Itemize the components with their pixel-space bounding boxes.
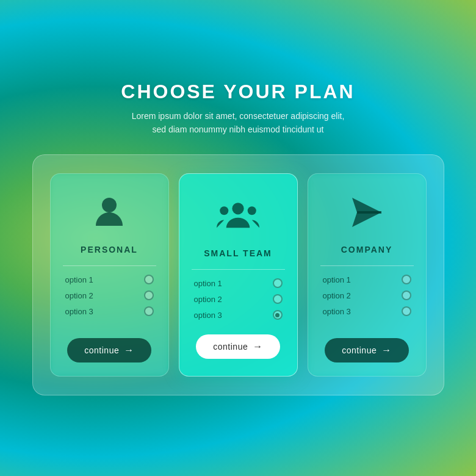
svg-point-2 <box>220 207 228 215</box>
plans-container: PERSONALoption 1option 2option 3continue… <box>32 154 444 395</box>
plan-card-company: COMPANYoption 1option 2option 3continue … <box>308 173 427 377</box>
option-label-personal-1: option 2 <box>65 291 93 300</box>
option-radio-small-team-2[interactable] <box>273 310 283 320</box>
option-row: option 3 <box>63 306 156 316</box>
continue-label: continue <box>84 345 119 355</box>
page-subtitle: Lorem ipsum dolor sit amet, consectetuer… <box>132 109 345 137</box>
option-label-company-0: option 1 <box>323 275 351 284</box>
option-row: option 3 <box>192 310 285 320</box>
continue-label: continue <box>342 345 377 355</box>
option-label-small-team-0: option 1 <box>194 279 222 288</box>
continue-button-small-team[interactable]: continue → <box>196 334 279 359</box>
option-label-small-team-2: option 3 <box>194 311 222 320</box>
option-label-company-2: option 3 <box>323 307 351 316</box>
options-list-small-team: option 1option 2option 3 <box>192 278 285 320</box>
plan-name-company: COMPANY <box>341 245 393 254</box>
option-row: option 2 <box>63 290 156 300</box>
continue-button-company[interactable]: continue → <box>325 338 408 362</box>
arrow-icon: → <box>253 341 263 352</box>
svg-point-3 <box>248 207 256 215</box>
options-list-personal: option 1option 2option 3 <box>63 275 156 316</box>
person-icon <box>88 191 131 234</box>
arrow-icon: → <box>124 345 134 356</box>
plan-name-small-team: SMALL TEAM <box>204 248 272 258</box>
divider <box>63 265 156 266</box>
option-row: option 1 <box>63 275 156 284</box>
option-label-personal-2: option 3 <box>65 307 93 316</box>
option-label-small-team-1: option 2 <box>194 295 222 304</box>
continue-label: continue <box>213 342 248 352</box>
continue-button-personal[interactable]: continue → <box>67 338 151 362</box>
option-row: option 2 <box>192 294 285 304</box>
option-label-company-1: option 2 <box>323 291 351 300</box>
group-icon <box>217 195 259 237</box>
plan-card-small-team: SMALL TEAMoption 1option 2option 3contin… <box>179 173 298 377</box>
option-label-personal-0: option 1 <box>65 275 93 284</box>
divider <box>192 269 285 270</box>
option-radio-personal-2[interactable] <box>144 306 154 316</box>
option-radio-small-team-0[interactable] <box>273 278 283 288</box>
option-row: option 2 <box>320 290 414 300</box>
option-row: option 3 <box>320 306 414 316</box>
option-radio-personal-0[interactable] <box>144 275 154 284</box>
option-radio-small-team-1[interactable] <box>273 294 283 304</box>
svg-point-0 <box>102 198 117 212</box>
option-radio-company-1[interactable] <box>402 290 411 300</box>
option-radio-company-2[interactable] <box>402 306 411 316</box>
divider <box>320 265 414 266</box>
plan-name-personal: PERSONAL <box>81 245 138 254</box>
option-radio-company-0[interactable] <box>402 275 411 284</box>
option-row: option 1 <box>320 275 414 284</box>
page-title: CHOOSE YOUR PLAN <box>121 81 355 103</box>
option-radio-personal-1[interactable] <box>144 290 154 300</box>
send-icon <box>345 191 388 234</box>
arrow-icon: → <box>381 345 392 356</box>
option-row: option 1 <box>192 278 285 288</box>
svg-point-1 <box>232 203 243 215</box>
plan-card-personal: PERSONALoption 1option 2option 3continue… <box>50 173 169 377</box>
options-list-company: option 1option 2option 3 <box>320 275 414 316</box>
